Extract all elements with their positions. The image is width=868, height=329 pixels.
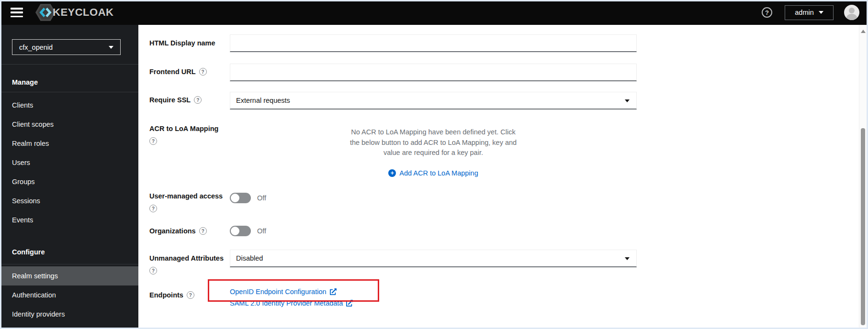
sidebar-divider [0,92,138,92]
sidebar-divider [0,264,138,264]
brand-text: KEYCLOAK [53,6,113,19]
sidebar-item-events[interactable]: Events [0,210,138,230]
help-icon[interactable]: ? [187,291,194,299]
organizations-state: Off [257,227,266,235]
user-managed-access-toggle[interactable] [230,193,251,203]
help-icon[interactable]: ? [149,267,157,274]
user-managed-access-state: Off [257,194,266,202]
help-icon[interactable]: ? [194,96,202,104]
help-icon[interactable]: ? [199,68,207,76]
sidebar-divider [0,64,138,65]
external-link-icon [346,300,353,307]
sidebar-item-users[interactable]: Users [0,153,138,172]
avatar[interactable] [844,5,859,20]
require-ssl-label: Require SSL ? [149,96,202,104]
scrollbar-thumb[interactable] [861,128,865,325]
user-managed-access-label: User-managed access [149,192,223,200]
user-menu-label: admin [795,9,814,16]
top-bar: KEYCLOAK ? admin [0,0,868,25]
html-display-name-label: HTML Display name [149,39,215,47]
html-display-name-input[interactable] [230,34,637,52]
nav-section-manage: Manage [12,78,38,86]
realm-selector-dropdown[interactable]: cfx_openid [12,39,121,55]
sidebar-item-groups[interactable]: Groups [0,172,138,191]
sidebar-item-sessions[interactable]: Sessions [0,191,138,210]
endpoints-label: Endpoints ? [149,291,194,299]
frontend-url-label: Frontend URL ? [149,68,207,76]
nav-section-configure: Configure [12,248,45,256]
realm-settings-form: HTML Display name Frontend URL ? Require… [138,25,859,329]
unmanaged-attributes-label: Unmanaged Attributes [149,254,224,262]
saml-metadata-link[interactable]: SAML 2.0 Identity Provider Metadata [230,299,353,307]
user-menu-dropdown[interactable]: admin [785,5,834,20]
sidebar-item-clients[interactable]: Clients [0,96,138,115]
scrollbar-up-arrow-icon[interactable] [861,30,866,33]
keycloak-logo[interactable]: KEYCLOAK [35,4,113,21]
frontend-url-input[interactable] [230,64,637,81]
sidebar-item-realm-roles[interactable]: Realm roles [0,134,138,153]
chevron-down-icon [819,11,823,14]
chevron-down-icon [109,46,113,49]
unmanaged-attributes-value: Disabled [236,254,263,262]
plus-circle-icon: + [388,169,396,177]
require-ssl-select[interactable]: External requests [230,92,637,110]
configure-nav-items: Realm settings Authentication Identity p… [0,266,138,324]
sidebar: cfx_openid Manage Clients Client scopes … [0,25,138,329]
add-acr-mapping-container: + Add ACR to LoA Mapping [230,168,637,177]
sidebar-item-authentication[interactable]: Authentication [0,285,138,305]
toggle-knob [231,227,239,235]
organizations-label: Organizations ? [149,227,207,235]
add-acr-mapping-button[interactable]: + Add ACR to LoA Mapping [388,169,478,177]
organizations-toggle[interactable] [230,226,251,236]
manage-nav-items: Clients Client scopes Realm roles Users … [0,96,138,230]
sidebar-item-realm-settings[interactable]: Realm settings [0,266,138,285]
acr-mapping-empty-state: No ACR to LoA Mapping have been defined … [230,127,637,158]
keycloak-admin-console: KEYCLOAK ? admin cfx_openid Manage Clien… [0,0,868,329]
chevron-down-icon [625,99,630,102]
avatar-body-icon [846,14,857,20]
unmanaged-attributes-select[interactable]: Disabled [230,250,637,267]
toggle-knob [231,194,239,202]
hamburger-menu-icon[interactable] [11,8,23,17]
help-icon[interactable]: ? [149,205,157,212]
avatar-head-icon [849,8,855,13]
sidebar-item-client-scopes[interactable]: Client scopes [0,115,138,134]
sidebar-item-identity-providers[interactable]: Identity providers [0,305,138,324]
help-icon[interactable]: ? [149,137,157,145]
acr-mapping-label: ACR to LoA Mapping [149,125,218,132]
help-icon[interactable]: ? [199,227,207,235]
require-ssl-value: External requests [236,97,290,104]
chevron-down-icon [625,257,630,260]
help-icon[interactable]: ? [762,7,772,18]
vertical-scrollbar [859,25,867,328]
external-link-icon [330,288,337,295]
realm-selector-value: cfx_openid [19,44,53,51]
openid-endpoint-configuration-link[interactable]: OpenID Endpoint Configuration [230,288,337,296]
